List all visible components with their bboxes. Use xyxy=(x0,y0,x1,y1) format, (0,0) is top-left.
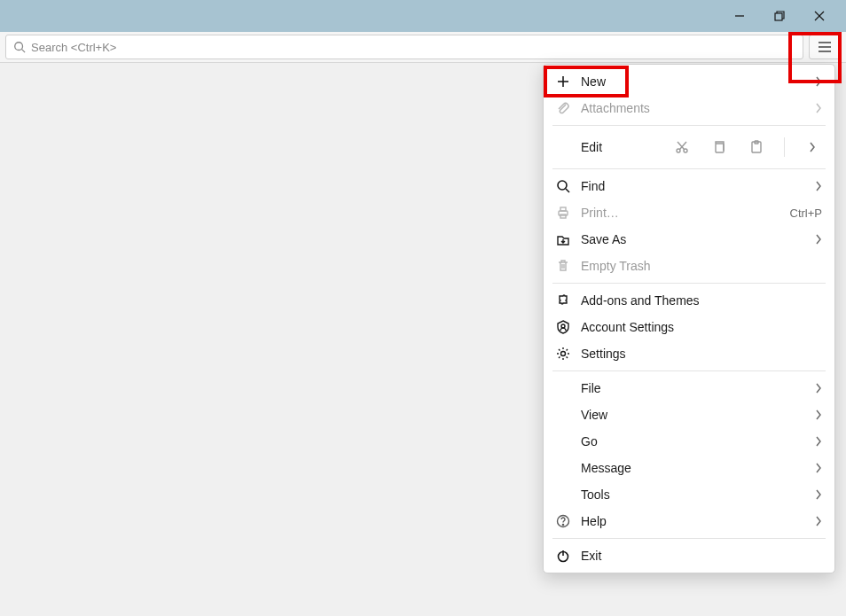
menu-divider xyxy=(552,168,826,169)
chevron-right-icon xyxy=(808,463,822,473)
maximize-icon xyxy=(774,11,785,21)
search-container[interactable] xyxy=(5,35,803,59)
menu-label: Attachments xyxy=(581,101,808,115)
copy-icon xyxy=(712,140,726,154)
menu-item-save-as[interactable]: Save As xyxy=(544,226,834,253)
scissors-icon xyxy=(675,140,689,154)
menu-item-addons[interactable]: Add-ons and Themes xyxy=(544,287,834,314)
menu-label: Go xyxy=(581,434,808,448)
menu-item-view[interactable]: View xyxy=(544,402,834,428)
chevron-right-icon xyxy=(808,409,822,420)
svg-point-4 xyxy=(15,43,23,51)
menu-label: File xyxy=(581,381,808,395)
svg-line-5 xyxy=(22,50,26,53)
find-icon xyxy=(556,179,581,193)
titlebar xyxy=(0,0,846,32)
svg-point-18 xyxy=(558,181,567,190)
menu-label: Edit xyxy=(581,140,672,154)
menu-label: View xyxy=(581,408,808,422)
paste-icon xyxy=(749,140,764,154)
menu-item-tools[interactable]: Tools xyxy=(544,481,834,508)
chevron-right-icon xyxy=(808,76,822,87)
chevron-right-icon xyxy=(808,234,822,245)
edit-separator xyxy=(784,137,785,157)
menu-item-empty-trash: Empty Trash xyxy=(544,253,834,279)
app-menu-button[interactable] xyxy=(809,35,841,59)
search-icon xyxy=(13,41,26,53)
minimize-icon xyxy=(734,11,745,21)
save-icon xyxy=(556,232,581,246)
trash-icon xyxy=(556,259,581,273)
menu-label: Message xyxy=(581,461,808,475)
cut-button[interactable] xyxy=(672,137,692,157)
plus-icon xyxy=(556,74,581,89)
menu-item-find[interactable]: Find xyxy=(544,173,834,199)
menu-divider xyxy=(552,283,826,284)
menu-item-attachments: Attachments xyxy=(544,95,834,121)
chevron-right-icon xyxy=(809,142,816,152)
power-icon xyxy=(556,549,581,563)
help-icon xyxy=(556,514,581,528)
menu-label: Print… xyxy=(581,206,783,220)
svg-rect-21 xyxy=(560,207,566,211)
menu-divider xyxy=(552,125,826,126)
chevron-right-icon xyxy=(808,516,822,526)
svg-point-12 xyxy=(684,149,687,152)
menu-label: Empty Trash xyxy=(581,259,822,273)
menu-shortcut: Ctrl+P xyxy=(790,207,822,220)
account-icon xyxy=(556,320,581,334)
app-menu: New Attachments Edit xyxy=(543,64,835,573)
svg-point-11 xyxy=(677,149,680,152)
chevron-right-icon xyxy=(808,489,822,500)
edit-submenu-button[interactable] xyxy=(803,137,822,157)
attachment-icon xyxy=(556,101,581,115)
paste-button[interactable] xyxy=(747,137,766,157)
menu-item-go[interactable]: Go xyxy=(544,428,834,455)
menu-item-message[interactable]: Message xyxy=(544,455,834,481)
svg-rect-22 xyxy=(560,214,566,218)
svg-line-19 xyxy=(566,189,569,192)
menu-divider xyxy=(552,370,826,371)
svg-rect-1 xyxy=(775,13,782,20)
menu-divider xyxy=(552,538,826,539)
chevron-right-icon xyxy=(808,383,822,394)
menu-label: Account Settings xyxy=(581,320,822,334)
menu-label: Save As xyxy=(581,232,808,246)
menu-label: Settings xyxy=(581,347,822,361)
minimize-button[interactable] xyxy=(719,3,759,29)
copy-button[interactable] xyxy=(709,137,729,157)
maximize-button[interactable] xyxy=(759,3,799,29)
chevron-right-icon xyxy=(808,181,822,191)
menu-label: Add-ons and Themes xyxy=(581,293,822,308)
menu-item-exit[interactable]: Exit xyxy=(544,542,834,569)
close-icon xyxy=(814,11,825,21)
chevron-right-icon xyxy=(808,436,822,447)
puzzle-icon xyxy=(556,293,581,308)
menu-item-file[interactable]: File xyxy=(544,375,834,402)
menu-item-settings[interactable]: Settings xyxy=(544,340,834,367)
close-button[interactable] xyxy=(799,3,839,29)
menu-label: Help xyxy=(581,514,808,528)
edit-actions xyxy=(672,137,822,157)
menu-item-new[interactable]: New xyxy=(544,68,834,95)
print-icon xyxy=(556,206,581,220)
chevron-right-icon xyxy=(808,103,822,113)
menu-item-edit: Edit xyxy=(544,129,834,165)
menu-label: Find xyxy=(581,179,808,193)
search-input[interactable] xyxy=(31,41,795,54)
menu-label: Exit xyxy=(581,549,822,563)
toolbar xyxy=(0,32,846,63)
menu-label: New xyxy=(581,74,808,89)
menu-item-account-settings[interactable]: Account Settings xyxy=(544,314,834,340)
svg-point-26 xyxy=(562,524,563,525)
menu-label: Tools xyxy=(581,487,808,502)
menu-item-print: Print… Ctrl+P xyxy=(544,199,834,226)
svg-rect-15 xyxy=(716,144,724,152)
menu-item-help[interactable]: Help xyxy=(544,508,834,534)
gear-icon xyxy=(556,347,581,361)
svg-point-24 xyxy=(561,352,566,356)
hamburger-icon xyxy=(818,41,832,53)
